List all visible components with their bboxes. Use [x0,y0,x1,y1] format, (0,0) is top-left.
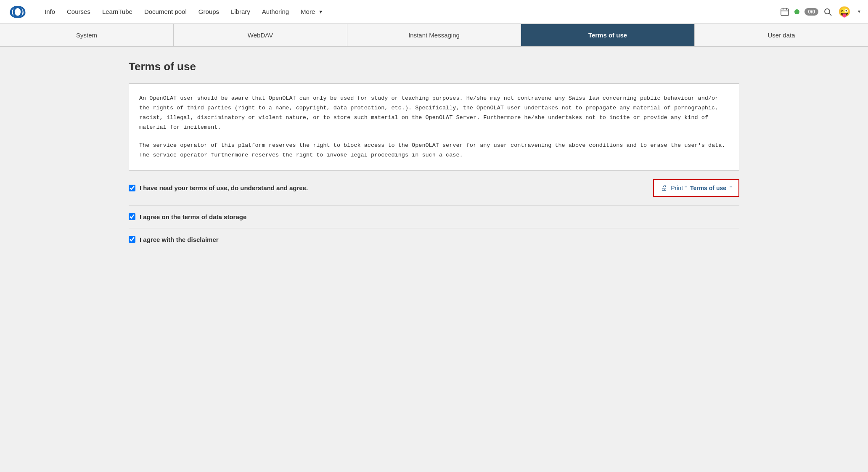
nav-item-authoring[interactable]: Authoring [256,0,295,24]
checkbox3-label: I agree with the disclaimer [140,236,219,243]
checkbox1-row: I have read your terms of use, do unders… [129,184,308,191]
print-terms-button[interactable]: 🖨 Print "Terms of use" [653,179,739,197]
online-status-indicator [794,9,799,14]
checkbox2-label: I agree on the terms of data storage [140,213,246,220]
nav-item-learntube[interactable]: LearnTube [96,0,138,24]
nav-item-courses[interactable]: Courses [61,0,96,24]
checkbox3-section: I agree with the disclaimer [129,236,739,243]
terms-paragraph-2: The service operator of this platform re… [139,141,729,160]
svg-point-4 [825,9,830,14]
checkbox2-section: I agree on the terms of data storage [129,213,739,220]
printer-icon: 🖨 [661,184,667,192]
terms-text-box: An OpenOLAT user should be aware that Op… [129,83,739,171]
svg-line-5 [829,13,831,16]
nav-item-more[interactable]: More ▼ [295,0,329,24]
logo[interactable] [7,4,29,19]
divider-1 [129,205,739,206]
go-to-top[interactable]: ▲ Go to top [0,469,868,472]
chevron-down-icon: ▼ [318,9,323,14]
tab-user-data[interactable]: User data [695,24,868,46]
tab-webdav[interactable]: WebDAV [174,24,347,46]
tab-system[interactable]: System [0,24,174,46]
checkbox1-print-row: I have read your terms of use, do unders… [129,179,739,197]
tabs-bar: System WebDAV Instant Messaging Terms of… [0,24,868,47]
score-badge: 0/0 [804,8,818,16]
nav-item-document-pool[interactable]: Document pool [138,0,193,24]
tab-terms-of-use[interactable]: Terms of use [521,24,695,46]
svg-rect-0 [781,9,789,16]
print-button-link[interactable]: Terms of use [690,185,726,191]
nav-item-groups[interactable]: Groups [193,0,225,24]
navbar: Info Courses LearnTube Document pool Gro… [0,0,868,24]
print-button-suffix: " [730,185,732,191]
divider-2 [129,228,739,228]
checkbox-agree-disclaimer[interactable] [129,236,135,243]
nav-item-info[interactable]: Info [39,0,61,24]
page-title: Terms of use [129,60,739,73]
navbar-right: 0/0 😜 ▼ [780,4,861,19]
calendar-icon[interactable] [780,7,789,16]
avatar[interactable]: 😜 [837,4,852,19]
checkbox-agree-data-storage[interactable] [129,213,135,220]
nav-item-library[interactable]: Library [225,0,256,24]
nav-items: Info Courses LearnTube Document pool Gro… [39,0,780,24]
search-icon[interactable] [823,8,832,16]
tab-instant-messaging[interactable]: Instant Messaging [347,24,521,46]
checkbox1-label: I have read your terms of use, do unders… [140,184,308,191]
print-button-prefix: Print " [671,185,687,191]
main-content: Terms of use An OpenOLAT user should be … [119,47,749,469]
checkbox-agree-terms[interactable] [129,185,135,191]
terms-paragraph-1: An OpenOLAT user should be aware that Op… [139,94,729,133]
avatar-dropdown-arrow[interactable]: ▼ [857,9,861,14]
